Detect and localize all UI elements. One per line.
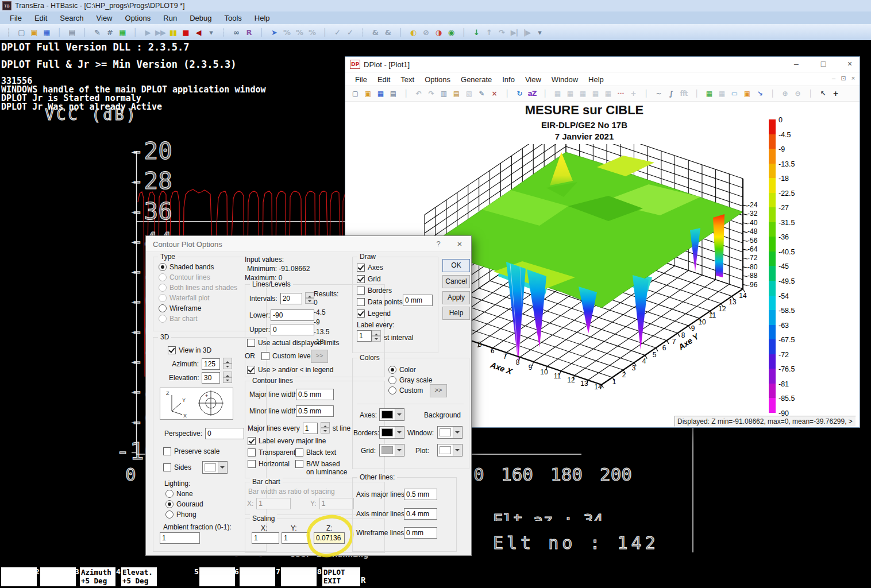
sides-checkbox[interactable]: Sides bbox=[163, 461, 228, 474]
elevation-spinner[interactable] bbox=[223, 372, 232, 384]
cancel-button[interactable]: Cancel bbox=[442, 275, 470, 288]
scaling-z-input[interactable] bbox=[314, 532, 345, 544]
line-numbers-icon[interactable]: # bbox=[104, 26, 115, 38]
major-lines-every-input[interactable] bbox=[303, 423, 318, 434]
surface-3d-icon[interactable]: ▦ bbox=[716, 88, 727, 99]
menu-item[interactable]: Help bbox=[583, 74, 609, 85]
plot-color-dropdown[interactable] bbox=[437, 444, 463, 457]
export-icon[interactable]: ↑ bbox=[483, 26, 495, 38]
pause-icon[interactable]: ▮▮ bbox=[167, 26, 179, 38]
use-actual-limits-checkbox[interactable]: Use actual displayed limits bbox=[247, 339, 339, 347]
sort-az-icon[interactable]: aZ bbox=[526, 88, 538, 99]
major-line-width-input[interactable] bbox=[296, 389, 334, 400]
custom-colors-more-button[interactable]: >> bbox=[430, 384, 447, 397]
menu-item[interactable]: Edit bbox=[372, 74, 395, 85]
cut-icon[interactable]: % bbox=[281, 26, 292, 38]
run-icon[interactable]: ▶ bbox=[142, 26, 153, 38]
step-back-icon[interactable]: ◀ bbox=[192, 26, 204, 38]
menu-item[interactable]: Edit bbox=[28, 13, 53, 24]
ok-button[interactable]: OK bbox=[442, 259, 470, 272]
xy-curve-icon[interactable]: ~ bbox=[653, 88, 664, 99]
softkey[interactable]: 3 Azimuth+5 Deg bbox=[80, 565, 120, 588]
radio-gray-scale[interactable]: Gray scale bbox=[388, 376, 432, 384]
resize-icon[interactable]: ↘ bbox=[754, 88, 765, 99]
softkey[interactable]: 7 bbox=[281, 565, 321, 588]
transparent-checkbox[interactable]: Transparent bbox=[248, 448, 295, 457]
menu-item[interactable]: Options bbox=[119, 13, 157, 24]
edit-file-icon[interactable]: ✎ bbox=[91, 26, 103, 38]
stop-icon[interactable]: ■ bbox=[180, 26, 191, 38]
softkey[interactable]: 6 bbox=[240, 565, 280, 588]
undo-icon[interactable]: ↶ bbox=[413, 88, 424, 99]
help-button[interactable]: Help bbox=[442, 307, 470, 320]
radio-custom-colors[interactable]: Custom bbox=[388, 386, 423, 394]
wireframe-lines-input[interactable] bbox=[404, 527, 437, 539]
softkey-label[interactable]: DPLOTEXIT bbox=[322, 567, 360, 586]
continue-icon[interactable]: ▶▶ bbox=[155, 26, 166, 38]
replace-icon[interactable]: R bbox=[243, 26, 255, 38]
azimuth-input[interactable] bbox=[202, 358, 220, 370]
fft-icon[interactable]: fft bbox=[678, 88, 689, 99]
zoom-extents-icon[interactable]: ▭ bbox=[729, 88, 740, 99]
check-syntax-icon[interactable]: ✓ bbox=[332, 26, 343, 38]
softkey[interactable]: 8 DPLOTEXIT bbox=[322, 565, 363, 588]
copy-icon[interactable]: % bbox=[294, 26, 305, 38]
axes-checkbox[interactable]: Axes bbox=[357, 264, 383, 272]
softkey[interactable]: 5 bbox=[199, 565, 240, 588]
device-setup-icon[interactable]: ▦ bbox=[117, 26, 128, 38]
symbols-icon[interactable]: + bbox=[627, 88, 639, 99]
hand-break-icon[interactable]: ◑ bbox=[433, 26, 444, 38]
step-icon[interactable]: ↷ bbox=[496, 26, 507, 38]
delete-data-icon[interactable]: × bbox=[488, 88, 500, 99]
menu-item[interactable]: Options bbox=[419, 74, 456, 85]
label-every-spinner[interactable] bbox=[372, 330, 381, 342]
azimuth-spinner[interactable] bbox=[223, 358, 232, 370]
check-all-icon[interactable]: ✓ bbox=[344, 26, 356, 38]
data-points-size-input[interactable] bbox=[403, 295, 433, 306]
import-icon[interactable]: ↓ bbox=[471, 26, 482, 38]
legend-checkbox[interactable]: Legend bbox=[357, 310, 391, 318]
crosshair-icon[interactable]: + bbox=[830, 88, 841, 99]
overflow-chevron-icon[interactable]: ▾ bbox=[205, 26, 217, 38]
custom-levels-checkbox[interactable]: OR Custom levels bbox=[245, 352, 315, 360]
web-hand-icon[interactable]: ◉ bbox=[445, 26, 457, 38]
reread-icon[interactable]: ↻ bbox=[514, 88, 525, 99]
borders-color-dropdown[interactable] bbox=[379, 426, 404, 439]
label-every-input[interactable] bbox=[357, 330, 372, 342]
radio-lighting-phong[interactable]: Phong bbox=[165, 510, 196, 519]
open-file-icon[interactable]: ▣ bbox=[28, 26, 40, 38]
menu-item[interactable]: Info bbox=[497, 74, 520, 85]
configure-icon[interactable]: & bbox=[369, 26, 381, 38]
intervals-input[interactable] bbox=[280, 293, 302, 304]
view-in-3d-checkbox[interactable]: View in 3D bbox=[168, 346, 211, 354]
menu-item[interactable]: View bbox=[520, 74, 546, 85]
goto-icon[interactable]: ➤ bbox=[268, 26, 280, 38]
axis-minor-lines-input[interactable] bbox=[404, 508, 437, 520]
loglog-plot-icon[interactable]: ▦ bbox=[577, 88, 588, 99]
sides-color-dropdown[interactable] bbox=[202, 461, 228, 474]
zoom-out-icon[interactable]: ⊖ bbox=[792, 88, 803, 99]
softkey-label[interactable] bbox=[40, 567, 76, 586]
semilog-plot-icon[interactable]: ▦ bbox=[564, 88, 576, 99]
axes-color-dropdown[interactable] bbox=[379, 408, 404, 421]
child-close-icon[interactable]: × bbox=[849, 75, 858, 82]
pause-hand-icon[interactable]: ◐ bbox=[407, 26, 419, 38]
configure-alt-icon[interactable]: & bbox=[382, 26, 394, 38]
hand-disable-icon[interactable]: ⊘ bbox=[420, 26, 431, 38]
paste-icon[interactable]: ▤ bbox=[450, 88, 462, 99]
menu-item[interactable]: Debug bbox=[183, 13, 218, 24]
edit-data-icon[interactable]: ✎ bbox=[476, 88, 487, 99]
softkey-label[interactable] bbox=[281, 567, 317, 586]
radio-lighting-gouraud[interactable]: Gouraud bbox=[165, 500, 203, 508]
major-lines-every-spinner[interactable] bbox=[321, 422, 330, 434]
integrate-icon[interactable]: ∫ bbox=[665, 88, 677, 99]
softkey-label[interactable] bbox=[199, 567, 235, 586]
use-gt-lt-checkbox[interactable]: Use > and/or < in legend bbox=[247, 366, 333, 374]
upper-input[interactable] bbox=[271, 324, 314, 335]
menu-item[interactable]: File bbox=[350, 74, 372, 85]
radio-lighting-none[interactable]: None bbox=[165, 490, 193, 498]
grid-color-dropdown[interactable] bbox=[379, 444, 404, 457]
label-every-major-checkbox[interactable]: Label every major line bbox=[248, 437, 326, 445]
minimize-icon[interactable]: – bbox=[788, 59, 805, 68]
menu-item[interactable]: Help bbox=[248, 13, 276, 24]
